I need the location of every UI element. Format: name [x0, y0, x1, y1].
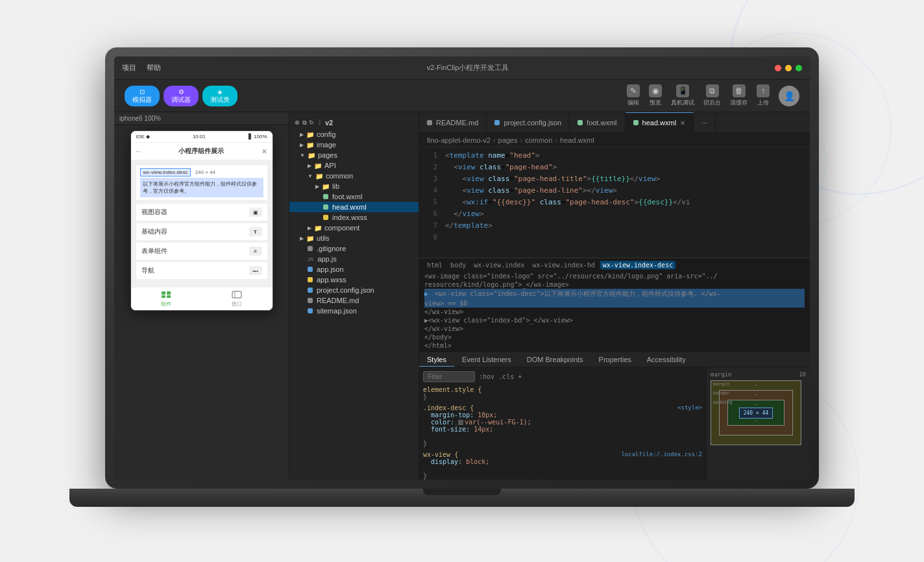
- tab-readme[interactable]: README.md: [419, 112, 487, 133]
- dom-breadcrumbs: html body wx-view.index wx-view.index-hd…: [424, 261, 805, 269]
- user-avatar[interactable]: 👤: [779, 86, 799, 106]
- upload-icon: ↑: [757, 84, 770, 97]
- css-selector: element.style {: [423, 386, 481, 393]
- titlebar-menu[interactable]: 项目 帮助: [122, 63, 161, 73]
- tab-foot-wxml[interactable]: foot.wxml: [570, 112, 625, 133]
- dom-code-line-1: <wx-image class="index-logo" src="../res…: [424, 272, 805, 280]
- line-content: <view class="page-head">: [443, 162, 810, 173]
- filter-input[interactable]: [423, 371, 475, 382]
- tree-item-label: .gitignore: [317, 245, 346, 252]
- tree-item-config[interactable]: ▶ 📁 config: [289, 129, 419, 140]
- css-selector: wx-view {: [423, 451, 458, 458]
- tree-item-pages[interactable]: ▼ 📁 pages: [289, 150, 419, 160]
- tree-item-app-wxss[interactable]: app.wxss: [289, 275, 419, 285]
- tree-item-project-config[interactable]: project.config.json: [289, 285, 419, 295]
- breadcrumb-bar: fino-applet-demo-v2 › pages › common › h…: [419, 133, 810, 147]
- breadcrumb-item-3[interactable]: common: [525, 136, 552, 144]
- debugger-button[interactable]: ⚙ 调试器: [164, 86, 199, 106]
- action-clear-cache[interactable]: 🗑 清缓存: [730, 84, 748, 107]
- tree-item-head-wxml[interactable]: head.wxml: [289, 202, 419, 212]
- tab-project-config[interactable]: project.config.json: [487, 112, 570, 133]
- tree-item-api[interactable]: ▶ 📁 API: [289, 160, 419, 171]
- tree-item-label: common: [326, 172, 353, 180]
- dom-breadcrumb-desc[interactable]: wx-view.index-desc: [600, 261, 675, 269]
- action-edit[interactable]: ✎ 编辑: [627, 84, 640, 107]
- minimize-button[interactable]: [785, 65, 792, 71]
- folder-icon: 📁: [306, 141, 314, 149]
- preview-label: 预览: [650, 99, 661, 107]
- properties-tab[interactable]: Properties: [591, 353, 639, 367]
- tree-item-sitemap[interactable]: sitemap.json: [289, 306, 419, 316]
- menu-item-project[interactable]: 项目: [122, 63, 136, 73]
- maximize-button[interactable]: [796, 65, 802, 71]
- filter-bar: :hov .cls +: [423, 371, 702, 382]
- action-upload[interactable]: ↑ 上传: [757, 84, 770, 107]
- dom-code-line-5: </wx-view>: [424, 308, 805, 316]
- folder-icon: 📁: [314, 162, 322, 169]
- code-editor[interactable]: 1 <template name="head"> 2 <view class="…: [419, 147, 810, 258]
- tree-item-foot-wxml[interactable]: foot.wxml: [289, 191, 419, 202]
- phone-tab-api[interactable]: 接口: [202, 290, 273, 308]
- breadcrumb-item-4[interactable]: head.wxml: [560, 136, 594, 144]
- phone-section-nav[interactable]: 导航 •••: [136, 262, 267, 279]
- background-icon: ⧉: [706, 84, 719, 97]
- background-label: 切后台: [703, 99, 721, 107]
- css-brace: }: [423, 472, 427, 480]
- close-button[interactable]: [775, 65, 781, 71]
- tree-item-lib[interactable]: ▶ 📁 lib: [289, 181, 419, 191]
- dom-code-line-8: </body>: [424, 333, 805, 341]
- padding-text: padding: [713, 400, 733, 405]
- tree-item-gitignore[interactable]: .gitignore: [289, 243, 419, 254]
- tree-item-index-wxss[interactable]: index.wxss: [289, 212, 419, 223]
- code-line-7: 7 </template>: [419, 220, 810, 232]
- tree-item-label: app.json: [317, 265, 344, 273]
- file-type-text: JS: [308, 256, 313, 262]
- dom-breakpoints-tab[interactable]: DOM Breakpoints: [519, 353, 591, 367]
- css-selector: .index-desc {: [423, 404, 474, 411]
- tree-item-label: component: [324, 224, 359, 232]
- edit-label: 编辑: [627, 99, 639, 107]
- active-indicator: ▶: [424, 290, 428, 297]
- tab-label: project.config.json: [504, 119, 561, 127]
- phone-frame: IDE ◆ 10:01 ▋ 100% ··· 小程序组件展示 ✕: [114, 125, 289, 480]
- tab-close-icon[interactable]: ✕: [680, 119, 685, 127]
- styles-tab[interactable]: Styles: [419, 353, 454, 367]
- breadcrumb-item-1[interactable]: fino-applet-demo-v2: [427, 136, 491, 144]
- tree-item-app-json[interactable]: app.json: [289, 264, 419, 275]
- phone-section-form[interactable]: 表单组件 ≡: [136, 243, 267, 260]
- dom-breadcrumb-hd[interactable]: wx-view.index-hd: [529, 261, 597, 269]
- tree-item-readme[interactable]: README.md: [289, 295, 419, 306]
- breadcrumb-item-2[interactable]: pages: [498, 136, 518, 144]
- more-icon: ···: [701, 119, 707, 127]
- tab-head-wxml[interactable]: head.wxml ✕: [626, 112, 694, 133]
- status-left: IDE ◆: [136, 134, 151, 140]
- phone-tab-components[interactable]: 组件: [131, 290, 202, 308]
- action-background[interactable]: ⧉ 切后台: [703, 84, 721, 107]
- test-button[interactable]: ◈ 测试类: [202, 86, 237, 106]
- tab-more[interactable]: ···: [694, 112, 716, 133]
- file-type-indicator: [308, 298, 313, 303]
- action-preview[interactable]: ◉ 预览: [649, 84, 662, 107]
- simulator-button[interactable]: ⊡ 模拟器: [125, 86, 160, 106]
- menu-item-help[interactable]: 帮助: [147, 63, 161, 73]
- phone-header-close[interactable]: ✕: [261, 148, 267, 155]
- accessibility-tab[interactable]: Accessibility: [639, 353, 694, 367]
- event-listeners-tab[interactable]: Event Listeners: [454, 353, 519, 367]
- tree-item-app-js[interactable]: JS app.js: [289, 254, 419, 264]
- section-basic-label: 基础内容: [141, 227, 167, 236]
- phone-section-basic[interactable]: 基础内容 T: [136, 223, 267, 240]
- tree-icons[interactable]: ⊕ ⧉ ↻ ⋮: [295, 119, 322, 127]
- tree-item-label: sitemap.json: [317, 307, 357, 315]
- tree-item-component[interactable]: ▶ 📁 component: [289, 223, 419, 233]
- dom-breadcrumb-index[interactable]: wx-view.index: [471, 261, 527, 269]
- action-device-debug[interactable]: 📱 真机调试: [671, 84, 694, 107]
- tree-item-utils[interactable]: ▶ 📁 utils: [289, 233, 419, 243]
- dom-breadcrumb-body[interactable]: body: [448, 261, 468, 269]
- tree-item-image[interactable]: ▶ 📁 image: [289, 140, 419, 150]
- phone-section-views[interactable]: 视图容器 ▣: [136, 204, 267, 221]
- dom-breadcrumb-html[interactable]: html: [424, 261, 445, 269]
- status-time: 10:01: [193, 134, 206, 140]
- css-rule-element: element.style { }: [423, 386, 702, 400]
- tree-item-common[interactable]: ▼ 📁 common: [289, 171, 419, 181]
- file-type-indicator: [308, 277, 313, 282]
